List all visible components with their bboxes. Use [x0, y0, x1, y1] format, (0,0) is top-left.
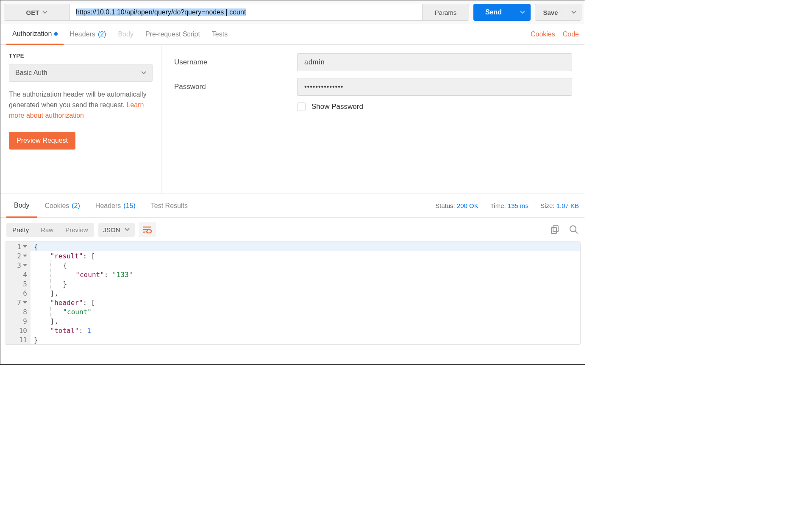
- response-tabs: Body Cookies (2) Headers (15) Test Resul…: [0, 194, 585, 218]
- wrap-lines-button[interactable]: [139, 222, 156, 237]
- gutter: 11: [5, 335, 31, 344]
- password-row: Password: [174, 78, 572, 96]
- gutter: 10: [5, 326, 31, 335]
- gutter: 5: [5, 279, 31, 288]
- code-line: 6 ],: [5, 288, 580, 298]
- gutter: 6: [5, 288, 31, 298]
- save-group: Save: [535, 4, 581, 21]
- resp-tab-cookies[interactable]: Cookies (2): [37, 194, 87, 218]
- gutter: 1: [5, 242, 31, 251]
- authorization-panel: TYPE Basic Auth The authorization header…: [0, 45, 585, 194]
- tab-prerequest-script[interactable]: Pre-request Script: [139, 24, 206, 45]
- code-line: 2 "result": [: [5, 251, 580, 261]
- auth-sidebar: TYPE Basic Auth The authorization header…: [0, 45, 161, 194]
- tab-count: (2): [72, 202, 80, 210]
- save-dropdown[interactable]: [566, 4, 581, 20]
- cookies-link[interactable]: Cookies: [531, 30, 555, 38]
- params-label: Params: [435, 9, 457, 16]
- code-line: 4 "count": "133": [5, 270, 580, 279]
- gutter: 9: [5, 316, 31, 326]
- svg-rect-0: [553, 226, 558, 232]
- method-url-group: GET Params: [4, 4, 469, 21]
- tab-authorization[interactable]: Authorization: [6, 24, 64, 45]
- chevron-down-icon: [571, 10, 576, 15]
- url-input[interactable]: [70, 4, 422, 20]
- status-label: Status:: [435, 202, 455, 209]
- chevron-down-icon: [125, 227, 130, 232]
- raw-button[interactable]: Raw: [35, 223, 59, 237]
- tab-count: (2): [98, 30, 106, 38]
- size-value: 1.07 KB: [556, 202, 579, 209]
- resp-tab-test-results[interactable]: Test Results: [143, 194, 195, 218]
- pretty-button[interactable]: Pretty: [6, 223, 35, 237]
- gutter: 4: [5, 270, 31, 279]
- username-input[interactable]: [297, 53, 572, 71]
- response-meta: Status: 200 OK Time: 135 ms Size: 1.07 K…: [435, 202, 579, 209]
- status-value: 200 OK: [457, 202, 478, 209]
- tab-label: Body: [14, 202, 29, 209]
- wrap-icon: [143, 226, 152, 233]
- copy-icon[interactable]: [550, 225, 560, 235]
- svg-point-2: [570, 226, 576, 232]
- search-icon[interactable]: [569, 225, 579, 235]
- resp-tab-headers[interactable]: Headers (15): [88, 194, 143, 218]
- size-label: Size:: [540, 202, 554, 209]
- gutter: 8: [5, 307, 31, 316]
- chevron-down-icon: [42, 10, 47, 15]
- code-link[interactable]: Code: [563, 30, 579, 38]
- params-button[interactable]: Params: [422, 4, 469, 20]
- tab-label: Headers: [95, 202, 121, 210]
- fold-icon[interactable]: [23, 245, 27, 248]
- method-dropdown[interactable]: GET: [4, 4, 70, 20]
- preview-button[interactable]: Preview: [59, 223, 94, 237]
- svg-rect-1: [551, 227, 556, 233]
- tab-headers[interactable]: Headers (2): [64, 24, 112, 45]
- request-tabs-right: Cookies Code: [531, 30, 579, 38]
- auth-type-dropdown[interactable]: Basic Auth: [9, 64, 153, 82]
- response-body-viewer[interactable]: 1 { 2 "result": [ 3 { 4 "count": "133" 5…: [5, 241, 581, 345]
- gutter: 3: [5, 261, 31, 270]
- time-value: 135 ms: [508, 202, 528, 209]
- code-line: 7 "header": [: [5, 298, 580, 307]
- password-input[interactable]: [297, 78, 572, 96]
- fold-icon[interactable]: [23, 301, 27, 304]
- request-tabs: Authorization Headers (2) Body Pre-reque…: [0, 24, 585, 45]
- method-label: GET: [26, 9, 39, 16]
- format-dropdown[interactable]: JSON: [98, 223, 135, 237]
- save-button[interactable]: Save: [535, 4, 566, 20]
- show-password-checkbox[interactable]: [297, 103, 306, 111]
- code-line: 5 }: [5, 279, 580, 288]
- tab-label: Test Results: [151, 202, 188, 210]
- chevron-down-icon: [520, 10, 525, 15]
- tab-label: Authorization: [12, 30, 52, 38]
- time-group: Time: 135 ms: [490, 202, 528, 209]
- save-label: Save: [543, 9, 558, 16]
- code-line: 11 }: [5, 335, 580, 344]
- send-button[interactable]: Send: [473, 4, 514, 21]
- format-label: JSON: [103, 226, 120, 233]
- tab-label: Body: [118, 30, 133, 38]
- body-toolbar: Pretty Raw Preview JSON: [0, 218, 585, 241]
- auth-description: The authorization header will be automat…: [9, 89, 153, 121]
- modified-dot-icon: [54, 32, 58, 36]
- tab-tests[interactable]: Tests: [206, 24, 234, 45]
- preview-request-label: Preview Request: [17, 137, 68, 144]
- show-password-label: Show Password: [311, 103, 363, 111]
- preview-request-button[interactable]: Preview Request: [9, 132, 75, 150]
- resp-tab-body[interactable]: Body: [6, 194, 37, 218]
- time-label: Time:: [490, 202, 506, 209]
- auth-type-value: Basic Auth: [15, 69, 47, 77]
- send-dropdown[interactable]: [514, 4, 531, 21]
- auth-desc-text: The authorization header will be automat…: [9, 91, 147, 108]
- tab-body[interactable]: Body: [112, 24, 139, 45]
- tab-count: (15): [123, 202, 135, 210]
- fold-icon[interactable]: [23, 255, 27, 257]
- code-line: 10 "total": 1: [5, 326, 580, 335]
- code-line: 3 {: [5, 261, 580, 270]
- auth-type-heading: TYPE: [9, 53, 153, 59]
- tab-label: Cookies: [44, 202, 69, 210]
- size-group: Size: 1.07 KB: [540, 202, 579, 209]
- code-line: 1 {: [5, 242, 580, 251]
- show-password-row: Show Password: [297, 103, 572, 111]
- fold-icon[interactable]: [23, 264, 27, 266]
